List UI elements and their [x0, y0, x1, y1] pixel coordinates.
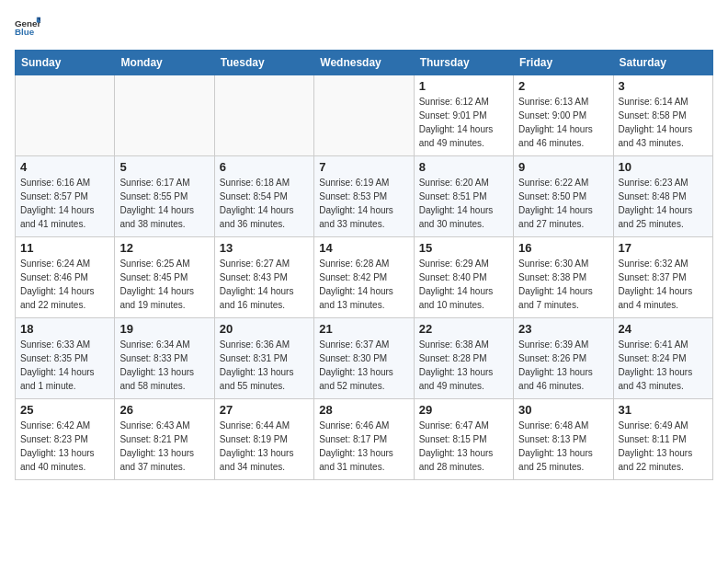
calendar-cell: 30Sunrise: 6:48 AM Sunset: 8:13 PM Dayli…	[514, 399, 613, 480]
calendar-cell: 24Sunrise: 6:41 AM Sunset: 8:24 PM Dayli…	[613, 318, 712, 399]
day-number: 1	[419, 79, 508, 93]
day-info: Sunrise: 6:29 AM Sunset: 8:40 PM Dayligh…	[419, 257, 508, 312]
week-row-1: 4Sunrise: 6:16 AM Sunset: 8:57 PM Daylig…	[16, 156, 713, 237]
day-number: 3	[619, 79, 708, 93]
day-number: 5	[119, 160, 209, 174]
calendar-cell: 10Sunrise: 6:23 AM Sunset: 8:48 PM Dayli…	[613, 156, 712, 237]
day-info: Sunrise: 6:30 AM Sunset: 8:38 PM Dayligh…	[518, 257, 608, 312]
day-number: 31	[619, 403, 708, 417]
day-number: 20	[220, 322, 309, 336]
day-info: Sunrise: 6:25 AM Sunset: 8:45 PM Dayligh…	[119, 257, 209, 312]
day-number: 17	[619, 241, 708, 255]
calendar-cell: 15Sunrise: 6:29 AM Sunset: 8:40 PM Dayli…	[414, 237, 513, 318]
calendar-cell: 21Sunrise: 6:37 AM Sunset: 8:30 PM Dayli…	[314, 318, 414, 399]
day-number: 10	[619, 160, 708, 174]
calendar-cell	[16, 75, 115, 156]
day-info: Sunrise: 6:14 AM Sunset: 8:58 PM Dayligh…	[619, 95, 708, 150]
day-info: Sunrise: 6:24 AM Sunset: 8:46 PM Dayligh…	[20, 257, 109, 312]
calendar-cell: 7Sunrise: 6:19 AM Sunset: 8:53 PM Daylig…	[314, 156, 414, 237]
day-number: 9	[518, 160, 608, 174]
calendar-cell: 26Sunrise: 6:43 AM Sunset: 8:21 PM Dayli…	[115, 399, 214, 480]
calendar-cell: 27Sunrise: 6:44 AM Sunset: 8:19 PM Dayli…	[214, 399, 313, 480]
day-info: Sunrise: 6:33 AM Sunset: 8:35 PM Dayligh…	[20, 338, 109, 393]
calendar-cell: 25Sunrise: 6:42 AM Sunset: 8:23 PM Dayli…	[16, 399, 115, 480]
svg-text:Blue: Blue	[15, 27, 35, 37]
calendar-cell: 12Sunrise: 6:25 AM Sunset: 8:45 PM Dayli…	[115, 237, 214, 318]
day-number: 23	[518, 322, 608, 336]
calendar-cell: 18Sunrise: 6:33 AM Sunset: 8:35 PM Dayli…	[16, 318, 115, 399]
day-info: Sunrise: 6:48 AM Sunset: 8:13 PM Dayligh…	[518, 419, 608, 474]
day-number: 11	[20, 241, 109, 255]
day-number: 13	[220, 241, 309, 255]
calendar-cell: 19Sunrise: 6:34 AM Sunset: 8:33 PM Dayli…	[115, 318, 214, 399]
calendar-cell	[115, 75, 214, 156]
day-info: Sunrise: 6:41 AM Sunset: 8:24 PM Dayligh…	[619, 338, 708, 393]
week-row-0: 1Sunrise: 6:12 AM Sunset: 9:01 PM Daylig…	[16, 75, 713, 156]
day-number: 15	[419, 241, 508, 255]
calendar-cell: 31Sunrise: 6:49 AM Sunset: 8:11 PM Dayli…	[613, 399, 712, 480]
day-info: Sunrise: 6:38 AM Sunset: 8:28 PM Dayligh…	[419, 338, 508, 393]
calendar-cell: 20Sunrise: 6:36 AM Sunset: 8:31 PM Dayli…	[214, 318, 313, 399]
day-info: Sunrise: 6:42 AM Sunset: 8:23 PM Dayligh…	[20, 419, 109, 474]
day-info: Sunrise: 6:32 AM Sunset: 8:37 PM Dayligh…	[619, 257, 708, 312]
day-number: 30	[518, 403, 608, 417]
header-monday: Monday	[115, 51, 214, 75]
page-header: General Blue	[15, 15, 713, 40]
day-info: Sunrise: 6:23 AM Sunset: 8:48 PM Dayligh…	[619, 176, 708, 231]
day-info: Sunrise: 6:44 AM Sunset: 8:19 PM Dayligh…	[220, 419, 309, 474]
header-thursday: Thursday	[414, 51, 513, 75]
day-info: Sunrise: 6:36 AM Sunset: 8:31 PM Dayligh…	[220, 338, 309, 393]
header-tuesday: Tuesday	[214, 51, 313, 75]
day-number: 6	[220, 160, 309, 174]
day-number: 22	[419, 322, 508, 336]
day-number: 24	[619, 322, 708, 336]
day-info: Sunrise: 6:20 AM Sunset: 8:51 PM Dayligh…	[419, 176, 508, 231]
day-info: Sunrise: 6:43 AM Sunset: 8:21 PM Dayligh…	[119, 419, 209, 474]
calendar-cell	[314, 75, 414, 156]
calendar-cell: 14Sunrise: 6:28 AM Sunset: 8:42 PM Dayli…	[314, 237, 414, 318]
header-sunday: Sunday	[16, 51, 115, 75]
day-info: Sunrise: 6:47 AM Sunset: 8:15 PM Dayligh…	[419, 419, 508, 474]
day-number: 12	[119, 241, 209, 255]
calendar-cell: 22Sunrise: 6:38 AM Sunset: 8:28 PM Dayli…	[414, 318, 513, 399]
calendar-cell: 8Sunrise: 6:20 AM Sunset: 8:51 PM Daylig…	[414, 156, 513, 237]
calendar-cell: 3Sunrise: 6:14 AM Sunset: 8:58 PM Daylig…	[613, 75, 712, 156]
logo: General Blue	[15, 15, 44, 40]
day-number: 8	[419, 160, 508, 174]
day-info: Sunrise: 6:22 AM Sunset: 8:50 PM Dayligh…	[518, 176, 608, 231]
header-friday: Friday	[514, 51, 613, 75]
day-info: Sunrise: 6:49 AM Sunset: 8:11 PM Dayligh…	[619, 419, 708, 474]
day-number: 7	[319, 160, 408, 174]
day-info: Sunrise: 6:13 AM Sunset: 9:00 PM Dayligh…	[518, 95, 608, 150]
day-info: Sunrise: 6:19 AM Sunset: 8:53 PM Dayligh…	[319, 176, 408, 231]
header-saturday: Saturday	[613, 51, 712, 75]
week-row-3: 18Sunrise: 6:33 AM Sunset: 8:35 PM Dayli…	[16, 318, 713, 399]
day-number: 16	[518, 241, 608, 255]
day-number: 2	[518, 79, 608, 93]
day-info: Sunrise: 6:27 AM Sunset: 8:43 PM Dayligh…	[220, 257, 309, 312]
day-number: 27	[220, 403, 309, 417]
calendar-cell: 28Sunrise: 6:46 AM Sunset: 8:17 PM Dayli…	[314, 399, 414, 480]
day-number: 19	[119, 322, 209, 336]
calendar-table: SundayMondayTuesdayWednesdayThursdayFrid…	[15, 50, 713, 480]
day-info: Sunrise: 6:46 AM Sunset: 8:17 PM Dayligh…	[319, 419, 408, 474]
day-number: 4	[20, 160, 109, 174]
header-wednesday: Wednesday	[314, 51, 414, 75]
day-info: Sunrise: 6:37 AM Sunset: 8:30 PM Dayligh…	[319, 338, 408, 393]
day-number: 14	[319, 241, 408, 255]
day-info: Sunrise: 6:17 AM Sunset: 8:55 PM Dayligh…	[119, 176, 209, 231]
day-number: 26	[119, 403, 209, 417]
day-info: Sunrise: 6:34 AM Sunset: 8:33 PM Dayligh…	[119, 338, 209, 393]
calendar-cell: 11Sunrise: 6:24 AM Sunset: 8:46 PM Dayli…	[16, 237, 115, 318]
day-number: 18	[20, 322, 109, 336]
calendar-cell: 4Sunrise: 6:16 AM Sunset: 8:57 PM Daylig…	[16, 156, 115, 237]
calendar-cell: 13Sunrise: 6:27 AM Sunset: 8:43 PM Dayli…	[214, 237, 313, 318]
logo-icon: General Blue	[15, 15, 40, 40]
week-row-2: 11Sunrise: 6:24 AM Sunset: 8:46 PM Dayli…	[16, 237, 713, 318]
calendar-cell: 5Sunrise: 6:17 AM Sunset: 8:55 PM Daylig…	[115, 156, 214, 237]
day-info: Sunrise: 6:39 AM Sunset: 8:26 PM Dayligh…	[518, 338, 608, 393]
calendar-cell: 29Sunrise: 6:47 AM Sunset: 8:15 PM Dayli…	[414, 399, 513, 480]
calendar-cell: 17Sunrise: 6:32 AM Sunset: 8:37 PM Dayli…	[613, 237, 712, 318]
day-info: Sunrise: 6:12 AM Sunset: 9:01 PM Dayligh…	[419, 95, 508, 150]
day-number: 25	[20, 403, 109, 417]
